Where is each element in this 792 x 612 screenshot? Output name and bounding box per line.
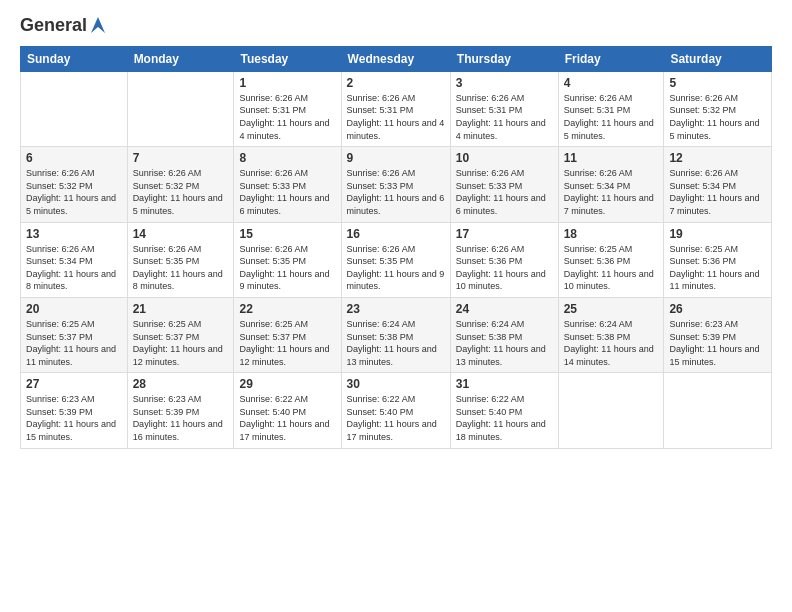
day-number: 27 — [26, 377, 122, 391]
calendar-cell: 15Sunrise: 6:26 AM Sunset: 5:35 PM Dayli… — [234, 222, 341, 297]
day-number: 12 — [669, 151, 766, 165]
cell-info: Sunrise: 6:26 AM Sunset: 5:35 PM Dayligh… — [347, 243, 445, 293]
cell-info: Sunrise: 6:26 AM Sunset: 5:32 PM Dayligh… — [26, 167, 122, 217]
day-number: 31 — [456, 377, 553, 391]
calendar-cell: 22Sunrise: 6:25 AM Sunset: 5:37 PM Dayli… — [234, 297, 341, 372]
day-number: 29 — [239, 377, 335, 391]
day-number: 2 — [347, 76, 445, 90]
cell-info: Sunrise: 6:26 AM Sunset: 5:32 PM Dayligh… — [133, 167, 229, 217]
day-number: 23 — [347, 302, 445, 316]
header-row: Sunday Monday Tuesday Wednesday Thursday… — [21, 46, 772, 71]
day-number: 19 — [669, 227, 766, 241]
calendar-cell: 28Sunrise: 6:23 AM Sunset: 5:39 PM Dayli… — [127, 373, 234, 448]
week-row-2: 13Sunrise: 6:26 AM Sunset: 5:34 PM Dayli… — [21, 222, 772, 297]
day-number: 22 — [239, 302, 335, 316]
cell-info: Sunrise: 6:23 AM Sunset: 5:39 PM Dayligh… — [26, 393, 122, 443]
day-number: 5 — [669, 76, 766, 90]
calendar-cell: 29Sunrise: 6:22 AM Sunset: 5:40 PM Dayli… — [234, 373, 341, 448]
day-number: 16 — [347, 227, 445, 241]
calendar-cell: 19Sunrise: 6:25 AM Sunset: 5:36 PM Dayli… — [664, 222, 772, 297]
cell-info: Sunrise: 6:26 AM Sunset: 5:32 PM Dayligh… — [669, 92, 766, 142]
cell-info: Sunrise: 6:26 AM Sunset: 5:33 PM Dayligh… — [347, 167, 445, 217]
col-sunday: Sunday — [21, 46, 128, 71]
day-number: 9 — [347, 151, 445, 165]
calendar-cell: 27Sunrise: 6:23 AM Sunset: 5:39 PM Dayli… — [21, 373, 128, 448]
col-saturday: Saturday — [664, 46, 772, 71]
calendar-cell: 16Sunrise: 6:26 AM Sunset: 5:35 PM Dayli… — [341, 222, 450, 297]
calendar-cell: 3Sunrise: 6:26 AM Sunset: 5:31 PM Daylig… — [450, 71, 558, 146]
calendar-cell: 1Sunrise: 6:26 AM Sunset: 5:31 PM Daylig… — [234, 71, 341, 146]
cell-info: Sunrise: 6:26 AM Sunset: 5:31 PM Dayligh… — [564, 92, 659, 142]
calendar-cell: 30Sunrise: 6:22 AM Sunset: 5:40 PM Dayli… — [341, 373, 450, 448]
week-row-4: 27Sunrise: 6:23 AM Sunset: 5:39 PM Dayli… — [21, 373, 772, 448]
day-number: 7 — [133, 151, 229, 165]
cell-info: Sunrise: 6:26 AM Sunset: 5:35 PM Dayligh… — [239, 243, 335, 293]
calendar-cell: 8Sunrise: 6:26 AM Sunset: 5:33 PM Daylig… — [234, 147, 341, 222]
svg-marker-0 — [91, 17, 105, 33]
day-number: 1 — [239, 76, 335, 90]
cell-info: Sunrise: 6:26 AM Sunset: 5:31 PM Dayligh… — [347, 92, 445, 142]
cell-info: Sunrise: 6:26 AM Sunset: 5:34 PM Dayligh… — [669, 167, 766, 217]
day-number: 25 — [564, 302, 659, 316]
cell-info: Sunrise: 6:26 AM Sunset: 5:34 PM Dayligh… — [26, 243, 122, 293]
day-number: 8 — [239, 151, 335, 165]
day-number: 24 — [456, 302, 553, 316]
logo-general: General — [20, 16, 107, 36]
col-friday: Friday — [558, 46, 664, 71]
cell-info: Sunrise: 6:22 AM Sunset: 5:40 PM Dayligh… — [239, 393, 335, 443]
calendar-cell: 2Sunrise: 6:26 AM Sunset: 5:31 PM Daylig… — [341, 71, 450, 146]
calendar-cell: 5Sunrise: 6:26 AM Sunset: 5:32 PM Daylig… — [664, 71, 772, 146]
calendar-cell — [664, 373, 772, 448]
calendar-cell: 21Sunrise: 6:25 AM Sunset: 5:37 PM Dayli… — [127, 297, 234, 372]
calendar-cell: 18Sunrise: 6:25 AM Sunset: 5:36 PM Dayli… — [558, 222, 664, 297]
calendar-cell: 11Sunrise: 6:26 AM Sunset: 5:34 PM Dayli… — [558, 147, 664, 222]
calendar-cell: 12Sunrise: 6:26 AM Sunset: 5:34 PM Dayli… — [664, 147, 772, 222]
logo: General — [20, 16, 107, 36]
day-number: 6 — [26, 151, 122, 165]
cell-info: Sunrise: 6:26 AM Sunset: 5:33 PM Dayligh… — [456, 167, 553, 217]
day-number: 28 — [133, 377, 229, 391]
cell-info: Sunrise: 6:26 AM Sunset: 5:34 PM Dayligh… — [564, 167, 659, 217]
cell-info: Sunrise: 6:24 AM Sunset: 5:38 PM Dayligh… — [564, 318, 659, 368]
calendar-cell: 23Sunrise: 6:24 AM Sunset: 5:38 PM Dayli… — [341, 297, 450, 372]
calendar-cell: 20Sunrise: 6:25 AM Sunset: 5:37 PM Dayli… — [21, 297, 128, 372]
header: General — [20, 16, 772, 36]
week-row-3: 20Sunrise: 6:25 AM Sunset: 5:37 PM Dayli… — [21, 297, 772, 372]
day-number: 13 — [26, 227, 122, 241]
calendar-cell: 26Sunrise: 6:23 AM Sunset: 5:39 PM Dayli… — [664, 297, 772, 372]
page: General Sunday Monday Tuesday Wednesday … — [0, 0, 792, 612]
calendar-cell: 6Sunrise: 6:26 AM Sunset: 5:32 PM Daylig… — [21, 147, 128, 222]
calendar-cell: 14Sunrise: 6:26 AM Sunset: 5:35 PM Dayli… — [127, 222, 234, 297]
day-number: 20 — [26, 302, 122, 316]
logo-text: General — [20, 16, 107, 36]
cell-info: Sunrise: 6:24 AM Sunset: 5:38 PM Dayligh… — [456, 318, 553, 368]
cell-info: Sunrise: 6:24 AM Sunset: 5:38 PM Dayligh… — [347, 318, 445, 368]
cell-info: Sunrise: 6:26 AM Sunset: 5:36 PM Dayligh… — [456, 243, 553, 293]
calendar-cell: 10Sunrise: 6:26 AM Sunset: 5:33 PM Dayli… — [450, 147, 558, 222]
calendar-cell: 4Sunrise: 6:26 AM Sunset: 5:31 PM Daylig… — [558, 71, 664, 146]
day-number: 18 — [564, 227, 659, 241]
day-number: 4 — [564, 76, 659, 90]
cell-info: Sunrise: 6:25 AM Sunset: 5:36 PM Dayligh… — [669, 243, 766, 293]
calendar-cell: 17Sunrise: 6:26 AM Sunset: 5:36 PM Dayli… — [450, 222, 558, 297]
calendar-cell — [21, 71, 128, 146]
cell-info: Sunrise: 6:26 AM Sunset: 5:35 PM Dayligh… — [133, 243, 229, 293]
cell-info: Sunrise: 6:25 AM Sunset: 5:37 PM Dayligh… — [26, 318, 122, 368]
day-number: 30 — [347, 377, 445, 391]
cell-info: Sunrise: 6:23 AM Sunset: 5:39 PM Dayligh… — [669, 318, 766, 368]
cell-info: Sunrise: 6:22 AM Sunset: 5:40 PM Dayligh… — [347, 393, 445, 443]
cell-info: Sunrise: 6:23 AM Sunset: 5:39 PM Dayligh… — [133, 393, 229, 443]
week-row-1: 6Sunrise: 6:26 AM Sunset: 5:32 PM Daylig… — [21, 147, 772, 222]
col-thursday: Thursday — [450, 46, 558, 71]
calendar-cell: 7Sunrise: 6:26 AM Sunset: 5:32 PM Daylig… — [127, 147, 234, 222]
day-number: 14 — [133, 227, 229, 241]
day-number: 15 — [239, 227, 335, 241]
day-number: 11 — [564, 151, 659, 165]
calendar-cell: 24Sunrise: 6:24 AM Sunset: 5:38 PM Dayli… — [450, 297, 558, 372]
cell-info: Sunrise: 6:26 AM Sunset: 5:31 PM Dayligh… — [456, 92, 553, 142]
cell-info: Sunrise: 6:26 AM Sunset: 5:31 PM Dayligh… — [239, 92, 335, 142]
calendar-cell: 25Sunrise: 6:24 AM Sunset: 5:38 PM Dayli… — [558, 297, 664, 372]
day-number: 3 — [456, 76, 553, 90]
calendar-cell — [558, 373, 664, 448]
col-monday: Monday — [127, 46, 234, 71]
